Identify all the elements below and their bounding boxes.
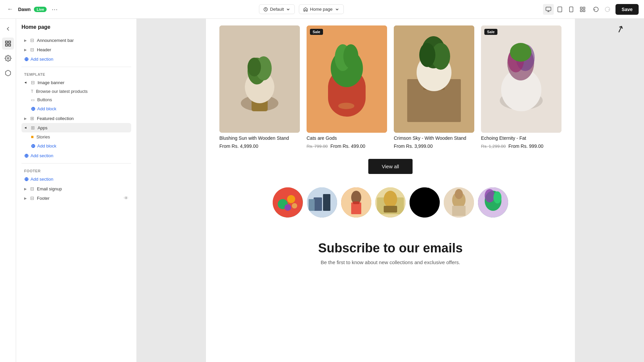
add-block-button-1[interactable]: ⊕ Add block	[21, 104, 131, 114]
arrow-icon: ▶	[24, 117, 27, 120]
topbar: ← Dawn Live ⋯ Default Home page	[0, 0, 644, 19]
add-section-button-1[interactable]: ⊕ Add section	[21, 54, 131, 64]
footer-label: Footer	[21, 166, 131, 174]
sidebar-subitem-browse[interactable]: T Browse our latest products	[21, 87, 131, 96]
svg-rect-9	[583, 10, 585, 11]
product-price-4: Rs. 1,299.00 From Rs. 999.00	[481, 143, 561, 149]
footer-icon: ⊟	[30, 195, 34, 201]
svg-rect-54	[353, 201, 360, 204]
sidebar-item-announcement[interactable]: ▶ ⊟ Announcement bar	[21, 36, 131, 45]
subscribe-subtitle: Be the first to know about new collectio…	[219, 259, 561, 265]
plus-icon: ⊕	[24, 56, 29, 62]
mobile-button[interactable]	[566, 4, 577, 15]
svg-point-14	[7, 58, 9, 59]
divider-2	[21, 163, 131, 164]
layout-button[interactable]	[577, 4, 588, 15]
layout-icon: ⊟	[30, 47, 34, 52]
svg-rect-11	[8, 41, 10, 43]
hidden-icon: 👁	[124, 195, 128, 201]
desktop-button[interactable]	[543, 4, 554, 15]
view-all-button[interactable]: View all	[368, 159, 412, 174]
product-image-1	[219, 25, 300, 133]
button-icon: ▭	[31, 98, 35, 102]
product-price-3: From Rs. 3,999.00	[394, 143, 474, 149]
sidebar-subitem-buttons[interactable]: ▭ Buttons	[21, 96, 131, 104]
subscribe-title: Subscribe to our emails	[219, 241, 561, 255]
sidebar-icons	[0, 19, 16, 362]
sidebar-item-featured-collection[interactable]: ▶ ⊞ Featured collection	[21, 114, 131, 123]
arrow-icon: ▶	[24, 187, 27, 191]
sidebar-item-email-signup[interactable]: ▶ ⊟ Email signup	[21, 184, 131, 193]
add-section-button-template[interactable]: ⊕ Add section	[21, 151, 131, 161]
sale-badge-4: Sale	[484, 29, 497, 35]
arrow-icon: ▶	[24, 39, 27, 42]
expanded-arrow-icon: ▼	[24, 126, 28, 129]
product-name-1: Blushing Sun with Wooden Stand	[219, 135, 300, 141]
stories-row	[206, 181, 575, 224]
sections-icon[interactable]	[2, 38, 14, 50]
arrow-icon: ▶	[24, 48, 27, 52]
plus-icon: ⊕	[31, 143, 35, 149]
svg-rect-12	[5, 44, 7, 46]
story-circle-5[interactable]	[410, 187, 440, 218]
back-nav-icon[interactable]	[2, 23, 14, 35]
default-dropdown[interactable]: Default	[259, 4, 295, 14]
apps-nav-icon[interactable]	[2, 67, 14, 79]
sidebar-item-apps[interactable]: ▼ ⊞ Apps	[21, 123, 131, 132]
save-button[interactable]: Save	[615, 4, 639, 15]
image-icon: ⊟	[31, 80, 35, 85]
product-image-3	[394, 25, 474, 133]
product-card-3[interactable]: Crimson Sky - With Wooden Stand From Rs.…	[394, 25, 474, 149]
product-image-2: Sale	[307, 25, 387, 133]
svg-point-41	[510, 43, 531, 62]
story-circle-2[interactable]	[307, 187, 337, 218]
layout-icon: ⊟	[30, 38, 34, 43]
redo-button[interactable]	[602, 4, 613, 15]
svg-point-57	[384, 191, 397, 207]
product-card-4[interactable]: Sale Echoing Eternity - Fat Rs. 1,299.00…	[481, 25, 561, 149]
email-icon: ⊟	[30, 186, 34, 191]
product-card-2[interactable]: Sale Cats are Gods Rs. 799.00 From Rs. 4…	[307, 25, 387, 149]
sidebar-item-footer[interactable]: ▶ ⊟ Footer 👁	[21, 193, 131, 203]
svg-point-26	[343, 44, 359, 68]
svg-rect-10	[5, 41, 7, 43]
svg-rect-48	[314, 197, 322, 211]
story-circle-4[interactable]	[375, 187, 406, 218]
product-card-1[interactable]: Blushing Sun with Wooden Stand From Rs. …	[219, 25, 300, 149]
story-circle-6[interactable]	[444, 187, 474, 218]
more-button[interactable]: ⋯	[50, 5, 59, 14]
store-name: Dawn	[18, 7, 31, 12]
svg-rect-6	[581, 7, 582, 9]
product-name-2: Cats are Gods	[307, 135, 387, 141]
svg-point-44	[287, 195, 295, 203]
tablet-button[interactable]	[554, 4, 565, 15]
product-price-2: Rs. 799.00 From Rs. 499.00	[307, 143, 387, 149]
add-block-button-2[interactable]: ⊕ Add block	[21, 141, 131, 151]
sidebar-item-image-banner[interactable]: ▼ ⊟ Image banner	[21, 78, 131, 87]
undo-button[interactable]	[591, 4, 601, 15]
device-icons	[543, 4, 588, 15]
story-circle-1[interactable]	[273, 187, 303, 218]
home-page-dropdown[interactable]: Home page	[299, 4, 343, 14]
add-section-button-footer[interactable]: ⊕ Add section	[21, 174, 131, 184]
svg-rect-4	[570, 7, 573, 12]
svg-point-67	[493, 191, 501, 203]
plus-icon: ⊕	[24, 176, 29, 182]
main-layout: Home page ▶ ⊟ Announcement bar ▶ ⊟ Heade…	[0, 19, 644, 362]
product-image-4: Sale	[481, 25, 561, 133]
back-button[interactable]: ←	[5, 5, 15, 14]
stories-icon: ■	[31, 134, 34, 139]
divider-1	[21, 67, 131, 67]
product-name-4: Echoing Eternity - Fat	[481, 135, 561, 141]
sidebar-subitem-stories[interactable]: ■ Stories	[21, 132, 131, 141]
svg-rect-2	[558, 7, 562, 12]
settings-icon[interactable]	[2, 52, 14, 64]
live-badge: Live	[34, 7, 47, 12]
svg-point-59	[410, 187, 440, 218]
grid-icon: ⊞	[30, 116, 34, 121]
story-circle-7[interactable]	[478, 187, 508, 218]
sidebar-item-header[interactable]: ▶ ⊟ Header	[21, 45, 131, 54]
svg-rect-62	[452, 206, 466, 216]
story-circle-3[interactable]	[341, 187, 371, 218]
svg-point-46	[292, 203, 297, 208]
